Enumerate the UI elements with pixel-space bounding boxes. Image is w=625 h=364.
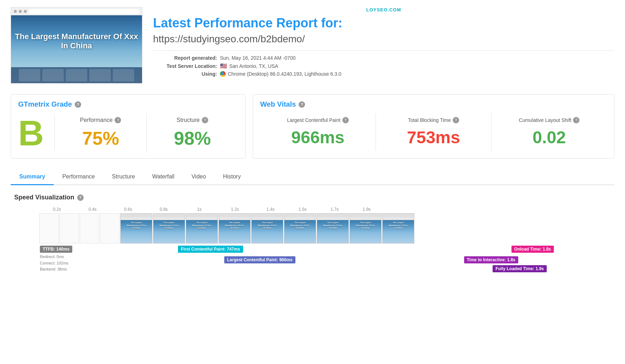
screenshot-nav-bar — [11, 7, 142, 15]
tab-summary[interactable]: Summary — [11, 169, 54, 185]
page-wrapper: The Largest Manufacturer Of Xxx In China… — [0, 0, 625, 295]
meta-row-server: Test Server Location: 🇺🇸 San Antonio, TX… — [153, 63, 614, 69]
site-screenshot: The Largest Manufacturer Of Xxx In China — [11, 7, 142, 84]
markers-area: TTFB: 140ms Redirect: 0ms Connect: 102ms… — [39, 246, 611, 288]
lcp-label-text: Largest Contentful Paint — [287, 117, 340, 123]
flt-marker: Fully Loaded Time: 1.9s — [493, 265, 547, 272]
tab-performance[interactable]: Performance — [54, 169, 104, 185]
fcp-marker: First Contentful Paint: 747ms — [178, 246, 243, 253]
site-frame-5: The LargestManufacturer Of XxxIn China — [251, 213, 283, 243]
grade-content: B Performance ? 75% Structure ? — [18, 113, 238, 152]
report-url: https://studyingseo.com/b2bdemo/ — [153, 33, 614, 45]
cls-metric: Cumulative Layout Shift ? 0.02 — [491, 113, 607, 151]
frame-nav-2 — [153, 217, 185, 220]
flt-badge: Fully Loaded Time: 1.9s — [493, 265, 547, 272]
brand-name: LOYSEO.COM — [153, 7, 614, 12]
frame-text-8: The LargestManufacturer Of XxxIn China — [350, 220, 381, 231]
speed-viz-title-text: Speed Visualization — [14, 194, 74, 201]
frame-nav-8 — [350, 217, 381, 220]
ruler-tick-19: 1.9s — [352, 207, 381, 212]
speed-viz-section: Speed Visualization ? 0.2s 0.4s 0.6s 0.8… — [11, 194, 614, 288]
ruler-tick-10: 1s — [182, 207, 217, 212]
ruler-tick-17: 1.7s — [317, 207, 352, 212]
ruler-tick-08: 0.8s — [146, 207, 182, 212]
tab-history[interactable]: History — [215, 169, 250, 185]
frame-nav-3 — [186, 217, 217, 220]
server-value: 🇺🇸 San Antonio, TX, USA — [220, 63, 278, 69]
tab-waterfall[interactable]: Waterfall — [143, 169, 183, 185]
frame-text-9: The LargestManufacturer Of XxxIn China — [383, 220, 414, 231]
structure-label: Structure ? — [154, 117, 231, 123]
site-frame-6: The LargestManufacturer Of XxxIn China — [284, 213, 316, 243]
web-vitals-title-text: Web Vitals — [260, 100, 296, 108]
performance-help-icon[interactable]: ? — [115, 117, 121, 123]
tbt-help-icon[interactable]: ? — [453, 117, 459, 123]
performance-value: 75% — [62, 128, 139, 149]
site-frame-7: The LargestManufacturer Of XxxIn China — [317, 213, 349, 243]
report-title: Latest Performance Report for: — [153, 15, 614, 31]
frame-text-6: The LargestManufacturer Of XxxIn China — [284, 220, 316, 231]
ruler-tick-06: 0.6s — [110, 207, 146, 212]
ruler-tick-14: 1.4s — [253, 207, 288, 212]
site-frame-3: The LargestManufacturer Of XxxIn China — [186, 213, 218, 243]
blank-frame-2 — [59, 213, 79, 243]
gtmetrix-grade-title: GTmetrix Grade ? — [18, 100, 238, 108]
tabs-list: Summary Performance Structure Waterfall … — [11, 169, 614, 184]
using-detail: Chrome (Desktop) 86.0.4240.193, Lighthou… — [228, 71, 341, 77]
site-frame-2: The LargestManufacturer Of XxxIn China — [153, 213, 185, 243]
frame-nav-6 — [284, 217, 316, 220]
grades-section: GTmetrix Grade ? B Performance ? 75% — [11, 94, 614, 159]
vitals-content: Largest Contentful Paint ? 966ms Total B… — [260, 113, 607, 151]
screenshot-headline: The Largest Manufacturer Of Xxx In China — [11, 28, 142, 54]
speed-viz-title: Speed Visualization ? — [14, 194, 611, 201]
lcp-label: Largest Contentful Paint ? — [264, 117, 372, 123]
timeline-ruler: 0.2s 0.4s 0.6s 0.8s 1s 1.2s 1.4s 1.5s 1.… — [39, 207, 611, 212]
generated-value: Sun, May 16, 2021 4:44 AM -0700 — [220, 55, 295, 61]
using-value: Chrome (Desktop) 86.0.4240.193, Lighthou… — [220, 71, 341, 77]
structure-metric: Structure ? 98% — [146, 113, 238, 152]
tti-marker: Time to Interactive: 1.8s — [464, 256, 519, 263]
tbt-label: Total Blocking Time ? — [379, 117, 488, 123]
web-vitals-help-icon[interactable]: ? — [299, 101, 305, 108]
report-divider — [153, 50, 614, 51]
cls-label: Cumulative Layout Shift ? — [495, 117, 603, 123]
ttfb-redirect: Redirect: 0ms — [40, 254, 72, 260]
frame-text-2: The LargestManufacturer Of XxxIn China — [153, 220, 185, 231]
tab-video[interactable]: Video — [183, 169, 215, 185]
performance-metric: Performance ? 75% — [55, 113, 146, 152]
grade-metrics: Performance ? 75% Structure ? 98% — [55, 113, 238, 152]
performance-label: Performance ? — [62, 117, 139, 123]
blank-frame-1 — [39, 213, 59, 243]
report-meta: Report generated: Sun, May 16, 2021 4:44… — [153, 55, 614, 77]
blank-frame-4 — [100, 213, 120, 243]
web-vitals-title: Web Vitals ? — [260, 100, 607, 108]
onload-badge: Onload Time: 1.8s — [511, 246, 554, 253]
using-label: Using: — [153, 71, 217, 77]
nav-dot-1 — [14, 10, 17, 13]
lcp-help-icon[interactable]: ? — [342, 117, 349, 123]
fcp-badge: First Contentful Paint: 747ms — [178, 246, 243, 253]
tbt-value: 753ms — [379, 128, 488, 147]
ttfb-connect: Connect: 102ms — [40, 260, 72, 267]
site-frame-9: The LargestManufacturer Of XxxIn China — [382, 213, 414, 243]
frame-nav-4 — [219, 217, 250, 220]
perf-label-text: Performance — [80, 117, 113, 123]
meta-row-generated: Report generated: Sun, May 16, 2021 4:44… — [153, 55, 614, 61]
structure-help-icon[interactable]: ? — [202, 117, 208, 123]
chrome-icon — [220, 71, 226, 77]
gtmetrix-help-icon[interactable]: ? — [75, 101, 81, 108]
frames-row: The LargestManufacturer Of XxxIn China T… — [39, 213, 611, 243]
blank-frame-3 — [80, 213, 99, 243]
ruler-tick-12: 1.2s — [217, 207, 253, 212]
header-section: The Largest Manufacturer Of Xxx In China… — [11, 7, 614, 84]
frame-text-4: The LargestManufacturer Of XxxIn China — [219, 220, 250, 231]
ttfb-badge: TTFB: 140ms — [40, 246, 72, 253]
ttfb-details: Redirect: 0ms Connect: 102ms Backend: 38… — [40, 254, 72, 273]
speed-viz-help-icon[interactable]: ? — [77, 194, 84, 201]
ruler-tick-04: 0.4s — [75, 207, 110, 212]
frames-area: The LargestManufacturer Of XxxIn China T… — [39, 213, 611, 243]
cls-help-icon[interactable]: ? — [573, 117, 579, 123]
site-frame-1: The LargestManufacturer Of XxxIn China — [120, 213, 152, 243]
generated-label: Report generated: — [153, 55, 217, 61]
tab-structure[interactable]: Structure — [104, 169, 144, 185]
